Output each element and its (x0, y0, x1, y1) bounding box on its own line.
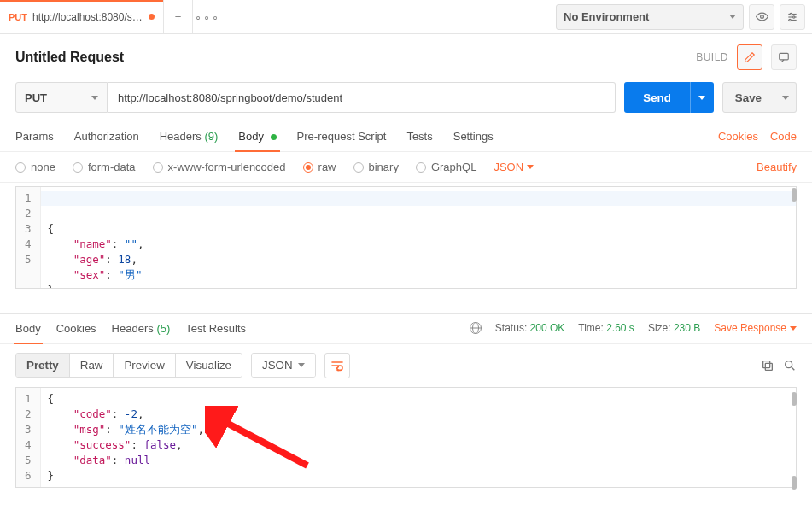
request-tab[interactable]: PUT http://localhost:8080/springbo... (0, 0, 164, 33)
save-group: Save (722, 82, 797, 113)
radio-none-label: none (31, 161, 55, 173)
chevron-down-icon (729, 15, 736, 19)
send-split-button[interactable] (690, 82, 714, 113)
response-format-value: JSON (262, 359, 293, 372)
code-link[interactable]: Code (770, 130, 797, 143)
tab-title: http://localhost:8080/springbo... (32, 11, 143, 23)
save-response-label: Save Response (714, 322, 786, 334)
view-raw[interactable]: Raw (69, 354, 114, 377)
pencil-icon (744, 51, 756, 63)
request-title-row: Untitled Request BUILD (0, 34, 812, 77)
status-value: 200 OK (530, 322, 565, 334)
wrap-lines-button[interactable] (324, 353, 350, 378)
svg-rect-9 (765, 363, 772, 370)
response-body-editor[interactable]: 123456 { "code": -2, "msg": "姓名不能为空", "s… (15, 387, 797, 488)
response-format-selector[interactable]: JSON (251, 353, 316, 378)
svg-point-5 (793, 15, 795, 17)
radio-icon (73, 162, 83, 173)
plus-icon: + (175, 10, 182, 23)
environment-quicklook-button[interactable] (749, 4, 774, 30)
tab-headers[interactable]: Headers (9) (160, 123, 219, 151)
body-format-selector[interactable]: JSON (494, 161, 534, 173)
code-area[interactable]: { "name": "", "age": 18, "sex": "男" } (41, 187, 796, 288)
tab-params[interactable]: Params (15, 123, 54, 151)
response-toolbar-right (761, 359, 797, 372)
save-split-button[interactable] (774, 82, 797, 113)
chevron-down-icon (91, 96, 98, 100)
method-value: PUT (25, 91, 47, 104)
cookies-link[interactable]: Cookies (718, 130, 758, 143)
request-name: Untitled Request (15, 50, 124, 65)
new-tab-button[interactable]: + (164, 0, 193, 33)
chevron-down-icon (527, 165, 534, 169)
beautify-link[interactable]: Beautify (757, 161, 797, 173)
radio-raw[interactable]: raw (303, 161, 336, 173)
send-button[interactable]: Send (624, 82, 690, 113)
tab-prerequest[interactable]: Pre-request Script (297, 123, 387, 151)
radio-none[interactable]: none (15, 161, 55, 173)
current-line-highlight (41, 191, 796, 206)
resp-tab-tests[interactable]: Test Results (185, 314, 246, 343)
radio-xwww[interactable]: x-www-form-urlencoded (153, 161, 286, 173)
save-response-button[interactable]: Save Response (714, 322, 797, 334)
chevron-down-icon (698, 96, 705, 100)
search-icon[interactable] (783, 359, 797, 372)
time-value: 2.60 s (606, 322, 634, 334)
tabs-overflow-button[interactable]: ∘∘∘ (193, 0, 222, 33)
tab-authorization[interactable]: Authorization (74, 123, 139, 151)
tab-settings[interactable]: Settings (453, 123, 494, 151)
radio-graphql[interactable]: GraphQL (416, 161, 476, 173)
gutter: 12345 (16, 187, 41, 288)
scrollbar-thumb[interactable] (792, 476, 797, 490)
tab-body-label: Body (238, 130, 264, 143)
gutter: 123456 (16, 388, 41, 487)
tab-method: PUT (9, 12, 27, 22)
radio-icon (353, 162, 364, 173)
headers-count: (9) (204, 130, 218, 143)
radio-form-data[interactable]: form-data (73, 161, 136, 173)
response-toolbar: Pretty Raw Preview Visualize JSON (0, 344, 812, 387)
edit-button[interactable] (737, 44, 762, 70)
resp-tab-cookies[interactable]: Cookies (56, 314, 96, 343)
view-preview[interactable]: Preview (113, 354, 174, 377)
eye-icon (756, 10, 768, 23)
comments-button[interactable] (771, 44, 797, 70)
radio-form-data-label: form-data (88, 161, 136, 173)
radio-binary-label: binary (369, 161, 399, 173)
view-mode-segment: Pretty Raw Preview Visualize (15, 353, 242, 378)
radio-icon (15, 162, 26, 173)
view-pretty[interactable]: Pretty (16, 354, 69, 377)
view-visualize[interactable]: Visualize (175, 354, 242, 377)
save-button[interactable]: Save (722, 82, 774, 113)
radio-binary[interactable]: binary (353, 161, 399, 173)
resp-tab-body[interactable]: Body (15, 314, 41, 343)
globe-icon[interactable] (470, 322, 482, 334)
svg-point-11 (786, 361, 792, 367)
size-group: Size: 230 B (648, 322, 700, 334)
chevron-down-icon (298, 363, 305, 367)
radio-icon (303, 162, 313, 173)
body-format-value: JSON (494, 161, 523, 173)
svg-point-4 (790, 13, 792, 15)
build-label[interactable]: BUILD (696, 51, 728, 63)
copy-icon[interactable] (761, 359, 774, 372)
code-area[interactable]: { "code": -2, "msg": "姓名不能为空", "success"… (41, 388, 796, 487)
environment-area: No Environment (549, 0, 812, 33)
more-icon: ∘∘∘ (195, 10, 220, 23)
body-active-dot-icon (271, 134, 277, 140)
url-input[interactable] (108, 82, 616, 113)
response-meta: Status: 200 OK Time: 2.60 s Size: 230 B … (470, 322, 797, 334)
environment-settings-button[interactable] (780, 4, 805, 30)
method-selector[interactable]: PUT (15, 82, 108, 113)
environment-selector[interactable]: No Environment (556, 4, 744, 30)
top-bar: PUT http://localhost:8080/springbo... + … (0, 0, 812, 34)
tab-body[interactable]: Body (238, 123, 276, 151)
tab-headers-label: Headers (160, 130, 202, 143)
response-header: Body Cookies Headers (5) Test Results St… (0, 313, 812, 344)
chevron-down-icon (790, 326, 797, 331)
resp-tab-headers[interactable]: Headers (5) (112, 314, 171, 343)
scrollbar-thumb[interactable] (792, 188, 797, 202)
request-body-editor[interactable]: 12345 { "name": "", "age": 18, "sex": "男… (15, 186, 797, 289)
tab-tests[interactable]: Tests (406, 123, 432, 151)
scrollbar-thumb[interactable] (792, 392, 797, 406)
